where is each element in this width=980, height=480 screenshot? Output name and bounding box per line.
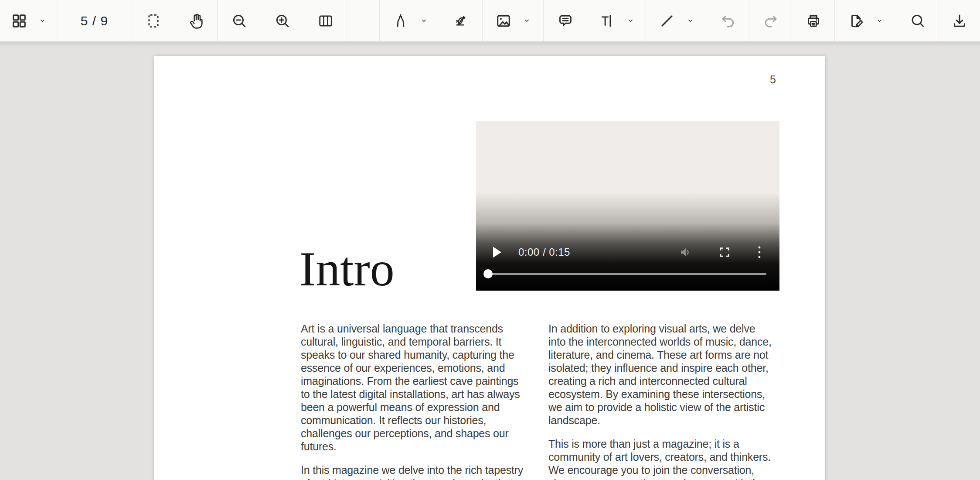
column-view-icon <box>317 13 334 29</box>
chevron-down-icon <box>39 17 46 24</box>
video-overflow-menu-button[interactable] <box>757 246 762 259</box>
draw-line-button[interactable] <box>646 0 707 41</box>
video-time-display: 0:00 / 0:15 <box>518 246 570 258</box>
overflow-menu-icon <box>757 246 762 259</box>
paragraph: In addition to exploring visual arts, we… <box>548 322 775 427</box>
line-icon <box>659 13 675 29</box>
zoom-in-button[interactable] <box>261 0 304 41</box>
chevron-down-icon <box>687 17 694 24</box>
signature-icon <box>453 13 470 29</box>
play-button[interactable] <box>492 246 502 258</box>
marquee-select-button[interactable] <box>132 0 175 41</box>
chevron-down-icon <box>420 17 428 24</box>
mute-button[interactable] <box>679 245 693 259</box>
zoom-out-button[interactable] <box>218 0 261 41</box>
download-button[interactable] <box>939 0 980 41</box>
undo-icon <box>720 13 736 29</box>
left-column: Art is a universal language that transce… <box>301 322 527 480</box>
undo-button[interactable] <box>707 0 749 41</box>
pdf-toolbar: 5 / 9 <box>0 0 980 42</box>
marquee-icon <box>145 13 162 29</box>
redo-icon <box>762 13 779 29</box>
paragraph: In this magazine we delve into the rich … <box>301 463 527 480</box>
right-column: In addition to exploring visual arts, we… <box>548 322 775 480</box>
zoom-in-icon <box>274 13 291 29</box>
hand-icon <box>188 13 204 29</box>
edit-document-button[interactable] <box>835 0 896 41</box>
page-indicator-label: 5 / 9 <box>81 14 108 28</box>
video-progress-bar[interactable] <box>486 273 766 275</box>
embedded-video-player[interactable]: 0:00 / 0:15 <box>476 121 779 291</box>
hand-pan-button[interactable] <box>175 0 218 41</box>
video-progress-handle[interactable] <box>483 269 493 278</box>
paragraph: This is more than just a magazine; it is… <box>548 437 775 480</box>
pdf-page: 5 0:00 / 0:15 <box>154 56 825 480</box>
video-controls: 0:00 / 0:15 <box>476 243 779 261</box>
download-icon <box>951 13 968 29</box>
volume-icon <box>679 245 693 259</box>
play-icon <box>492 246 502 258</box>
grid-icon <box>11 13 27 29</box>
signature-tool-button[interactable] <box>440 0 483 41</box>
page-indicator[interactable]: 5 / 9 <box>57 0 132 41</box>
print-icon <box>805 13 822 29</box>
pen-icon <box>392 13 409 29</box>
fullscreen-icon <box>718 246 731 258</box>
edit-document-icon <box>848 13 864 29</box>
comment-tool-button[interactable] <box>544 0 587 41</box>
chevron-down-icon <box>876 17 883 24</box>
article-columns: Art is a universal language that transce… <box>301 322 775 480</box>
page-layout-button[interactable] <box>304 0 347 41</box>
comment-icon <box>557 13 574 29</box>
print-button[interactable] <box>792 0 835 41</box>
text-icon <box>599 13 616 29</box>
insert-image-button[interactable] <box>483 0 544 41</box>
insert-text-button[interactable] <box>587 0 646 41</box>
search-button[interactable] <box>896 0 939 41</box>
document-canvas[interactable]: 5 0:00 / 0:15 <box>0 42 980 480</box>
page-number: 5 <box>770 73 776 86</box>
zoom-out-icon <box>231 13 248 29</box>
section-heading: Intro <box>299 244 395 293</box>
toolbar-spacer <box>347 0 380 41</box>
pen-tool-button[interactable] <box>380 0 440 41</box>
page-thumbnails-button[interactable] <box>0 0 57 41</box>
search-icon <box>909 13 926 29</box>
redo-button[interactable] <box>749 0 792 41</box>
chevron-down-icon <box>523 17 531 24</box>
chevron-down-icon <box>627 17 634 24</box>
image-icon <box>495 13 512 29</box>
fullscreen-button[interactable] <box>718 246 731 258</box>
paragraph: Art is a universal language that transce… <box>301 322 527 453</box>
